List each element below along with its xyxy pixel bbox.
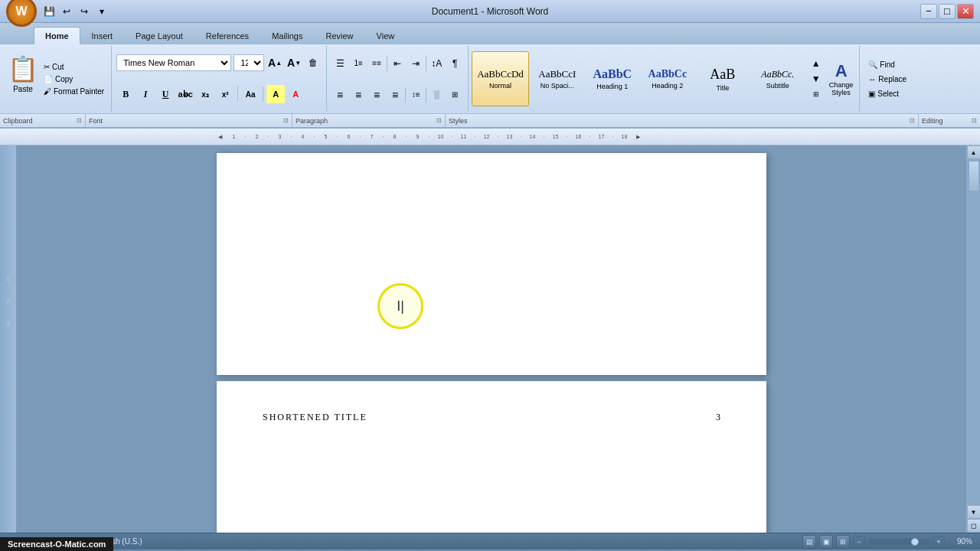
vertical-scrollbar[interactable]: ▲ ▼ ◻ [966,145,980,533]
font-family-select[interactable]: Times New Roman [116,54,231,71]
scroll-down-button[interactable]: ▼ [967,505,981,519]
grow-font-button[interactable]: A▲ [266,54,283,71]
clipboard-label: Clipboard ⊡ [0,114,86,127]
scroll-track[interactable] [967,159,980,505]
italic-button[interactable]: I [136,85,155,103]
style-normal[interactable]: AaBbCcDd Normal [472,51,529,106]
zoom-slider[interactable] [868,539,929,545]
tab-page-layout[interactable]: Page Layout [124,27,194,44]
close-button[interactable]: ✕ [957,4,974,19]
strikethrough-button[interactable]: ab̶c [176,85,194,103]
ribbon: Home Insert Page Layout References Maili… [0,23,980,129]
cut-button[interactable]: ✂ Cut [40,61,108,73]
tab-mailings[interactable]: Mailings [260,27,314,44]
status-bar-right: ▤ ▣ ⊞ − + 90% [802,535,972,549]
divider6 [426,87,426,103]
zoom-slider-thumb[interactable] [911,538,919,546]
divider3 [387,56,387,71]
subscript-button[interactable]: x₂ [196,85,214,103]
clipboard-expand-icon[interactable]: ⊡ [77,117,82,124]
document-area[interactable]: I| SHORTENED TITLE 3 [17,145,966,533]
tab-review[interactable]: Review [314,27,364,44]
document-page-2[interactable]: SHORTENED TITLE 3 [217,381,766,533]
tab-view[interactable]: View [365,27,407,44]
document-page-1[interactable]: I| [217,153,766,375]
zoom-out-button[interactable]: − [853,536,865,548]
superscript-button[interactable]: x² [216,85,234,103]
scroll-thumb[interactable] [969,161,979,191]
bullets-button[interactable]: ☰ [332,55,348,72]
styles-expand-icon[interactable]: ⊡ [910,117,915,124]
style-subtitle[interactable]: AaBbCc. Subtitle [751,51,805,106]
shrink-font-button[interactable]: A▼ [286,54,302,71]
clear-formatting-button[interactable]: 🗑 [305,54,322,71]
select-button[interactable]: ▣ Select [864,88,910,99]
web-layout-button[interactable]: ⊞ [836,535,850,549]
highlight-button[interactable]: A [266,85,285,103]
show-hide-button[interactable]: ¶ [446,55,463,72]
change-case-button[interactable]: Aa [241,85,260,103]
style-heading2-label: Heading 2 [652,82,683,90]
screencast-watermark: Screencast-O-Matic.com [0,537,113,551]
full-reading-button[interactable]: ▣ [819,535,833,549]
shading-button[interactable]: ░ [428,86,445,103]
font-size-select[interactable]: 12 [234,54,264,71]
style-subtitle-label: Subtitle [766,82,789,90]
replace-button[interactable]: ↔ Replace [864,73,910,85]
window-title: Document1 - Microsoft Word [432,6,549,17]
qa-dropdown-button[interactable]: ▾ [94,4,109,19]
decrease-indent-button[interactable]: ⇤ [389,55,406,72]
find-button[interactable]: 🔍 Find [864,59,910,70]
scroll-up-button[interactable]: ▲ [967,145,981,159]
zoom-in-button[interactable]: + [933,536,945,548]
main-area: 123 I| SHORTENED TITLE 3 ▲ ▼ ◻ [0,145,980,533]
undo-button[interactable]: ↩ [59,4,74,19]
line-spacing-button[interactable]: ↕≡ [407,86,424,103]
underline-button[interactable]: U [156,85,175,103]
style-title[interactable]: AaB Title [696,51,750,106]
styles-scroll-up[interactable]: ▲ [808,57,825,70]
page-1-content[interactable]: I| [217,153,766,367]
redo-button[interactable]: ↪ [77,4,92,19]
maximize-button[interactable]: □ [939,4,956,19]
borders-button[interactable]: ⊞ [446,86,463,103]
multilevel-button[interactable]: ≡≡ [368,55,385,72]
tab-references[interactable]: References [194,27,260,44]
align-center-button[interactable]: ≡ [350,86,367,103]
styles-scroll-down[interactable]: ▼ [808,72,825,86]
replace-label: Replace [878,75,906,83]
tab-insert[interactable]: Insert [80,27,125,44]
window-controls: − □ ✕ [920,4,974,19]
text-cursor-icon: I| [397,298,404,315]
save-button[interactable]: 💾 [41,4,57,19]
paragraph-expand-icon[interactable]: ⊡ [436,117,442,124]
sort-button[interactable]: ↕A [428,55,445,72]
minimize-button[interactable]: − [920,4,937,19]
bold-button[interactable]: B [116,85,135,103]
tab-home[interactable]: Home [34,27,80,44]
view-toggle-button[interactable]: ◻ [967,519,981,533]
page-header-title: SHORTENED TITLE [263,412,368,423]
paste-button[interactable]: 📋 Paste [6,47,40,99]
increase-indent-button[interactable]: ⇥ [407,55,424,72]
copy-button[interactable]: 📄 Copy [40,73,108,85]
search-icon: 🔍 [868,60,877,69]
print-layout-button[interactable]: ▤ [802,535,816,549]
font-color-button[interactable]: A [286,85,305,103]
justify-button[interactable]: ≡ [387,86,403,103]
change-styles-label: ChangeStyles [829,81,854,96]
numbering-button[interactable]: 1≡ [350,55,367,72]
style-heading1[interactable]: AaBbC Heading 1 [586,51,639,106]
font-expand-icon[interactable]: ⊡ [283,117,289,124]
editing-expand-icon[interactable]: ⊡ [972,117,977,124]
copy-label: Copy [55,75,73,83]
divider2 [263,86,263,102]
office-button[interactable]: W [6,0,37,27]
align-left-button[interactable]: ≡ [332,86,348,103]
style-no-space[interactable]: AaBbCcI No Spaci... [531,51,584,106]
style-heading2[interactable]: AaBbCc Heading 2 [641,51,694,106]
change-styles-button[interactable]: A ChangeStyles [826,61,857,96]
styles-more-button[interactable]: ⊞ [808,87,825,101]
format-painter-button[interactable]: 🖌 Format Painter [40,86,108,97]
align-right-button[interactable]: ≡ [368,86,385,103]
